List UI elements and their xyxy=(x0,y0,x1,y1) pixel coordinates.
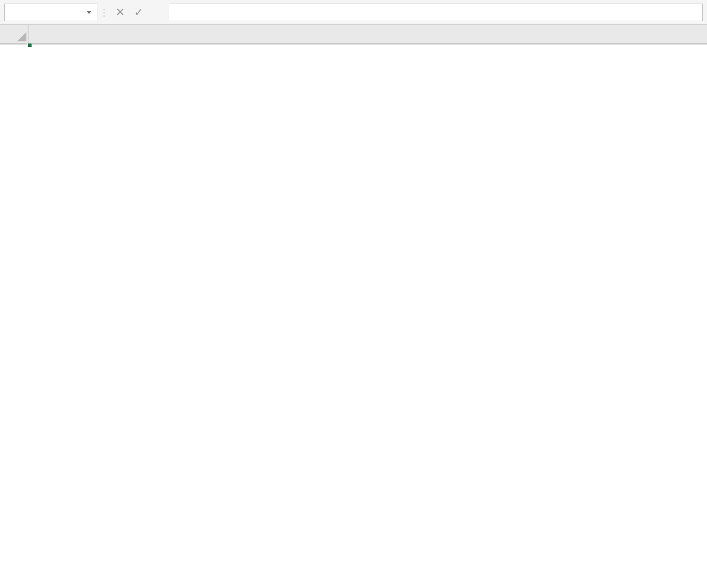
grid-body xyxy=(29,25,707,588)
chevron-down-icon[interactable] xyxy=(86,11,92,14)
selection-box xyxy=(29,44,31,47)
enter-icon[interactable]: ✓ xyxy=(129,4,148,21)
name-box[interactable] xyxy=(4,4,97,21)
spreadsheet-grid xyxy=(0,25,707,588)
cancel-icon[interactable]: ✕ xyxy=(111,4,129,21)
separator: ⋮ xyxy=(97,7,111,18)
select-all-corner[interactable] xyxy=(0,25,29,44)
formula-bar: ⋮ ✕ ✓ xyxy=(0,0,707,25)
left-gutter xyxy=(0,25,29,588)
column-headers xyxy=(29,25,707,44)
formula-input[interactable] xyxy=(169,4,703,21)
